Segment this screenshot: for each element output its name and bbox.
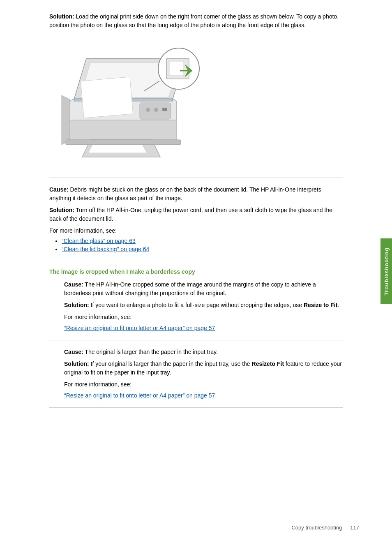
hb2-solution-text: If your original is larger than the pape… — [89, 360, 252, 367]
divider4 — [49, 407, 343, 408]
hb1-solution-text: If you want to enlarge a photo to fit a … — [89, 302, 304, 308]
solution1-label: Solution: — [49, 13, 74, 20]
hb1-link-line: “Resize an original to fit onto letter o… — [64, 324, 343, 333]
side-tab: Troubleshooting — [380, 238, 392, 304]
hb1-cause-label: Cause: — [64, 281, 83, 288]
page-container: Troubleshooting Solution: Load the origi… — [0, 0, 392, 543]
content-area: Solution: Load the original print side d… — [49, 12, 359, 408]
hb2-solution: Solution: If your original is larger tha… — [64, 360, 343, 377]
cause2-paragraph: Cause: Debris might be stuck on the glas… — [49, 185, 343, 203]
hb2-solution-bold1: Resize — [252, 360, 270, 367]
section-heading: The image is cropped when I make a borde… — [49, 268, 343, 276]
svg-point-8 — [154, 108, 158, 112]
footer: Copy troubleshooting 117 — [291, 525, 359, 531]
cause2-text: Debris might be stuck on the glass or on… — [49, 186, 321, 201]
hb2-solution-label: Solution: — [64, 360, 89, 367]
svg-rect-16 — [169, 61, 184, 76]
hb1-solution-bold: Resize to Fit — [304, 302, 337, 308]
hb1-cause-text: The HP All-in-One cropped some of the im… — [64, 281, 316, 296]
divider3 — [49, 340, 343, 340]
solution2-paragraph: Solution: Turn off the HP All-in-One, un… — [49, 206, 343, 223]
clean-lid-link[interactable]: “Clean the lid backing” on page 64 — [62, 246, 149, 252]
printer-svg — [58, 38, 214, 169]
clean-glass-link[interactable]: “Clean the glass” on page 63 — [62, 238, 136, 244]
heading-block-2: Cause: The original is larger than the p… — [64, 348, 343, 400]
hb1-solution-end: . — [337, 302, 339, 308]
footer-page: 117 — [350, 525, 359, 531]
hb1-for-more: For more information, see: — [64, 313, 343, 321]
solution2-label: Solution: — [49, 207, 74, 213]
hb1-link[interactable]: “Resize an original to fit onto letter o… — [64, 325, 215, 331]
svg-rect-5 — [81, 77, 133, 118]
cause2-label: Cause: — [49, 186, 69, 193]
svg-rect-13 — [66, 140, 181, 145]
hb1-solution-label: Solution: — [64, 302, 89, 308]
hb1-cause: Cause: The HP All-in-One cropped some of… — [64, 280, 343, 298]
solution1-paragraph: Solution: Load the original print side d… — [49, 12, 343, 30]
divider2 — [49, 260, 343, 260]
for-more-2: For more information, see: — [49, 226, 343, 235]
side-tab-label: Troubleshooting — [383, 247, 390, 296]
hb2-cause-label: Cause: — [64, 349, 83, 355]
svg-rect-9 — [162, 108, 167, 111]
hb2-for-more: For more information, see: — [64, 380, 343, 389]
footer-label: Copy troubleshooting — [291, 525, 342, 531]
hb2-link[interactable]: “Resize an original to fit onto letter o… — [64, 392, 215, 399]
heading-block-1: Cause: The HP All-in-One cropped some of… — [64, 280, 343, 333]
list-item-2: “Clean the lid backing” on page 64 — [62, 246, 343, 252]
svg-point-7 — [146, 108, 150, 112]
hb2-solution-bold2: to Fit — [270, 360, 284, 367]
solution1-text: Load the original print side down on the… — [49, 13, 339, 28]
hb2-link-line: “Resize an original to fit onto letter o… — [64, 391, 343, 400]
svg-marker-1 — [70, 120, 177, 141]
svg-marker-12 — [62, 95, 70, 145]
hb2-cause: Cause: The original is larger than the p… — [64, 348, 343, 356]
printer-illustration — [58, 38, 214, 169]
list-item-1: “Clean the glass” on page 63 — [62, 238, 343, 244]
divider1 — [49, 178, 343, 178]
hb1-solution: Solution: If you want to enlarge a photo… — [64, 301, 343, 310]
solution2-text: Turn off the HP All-in-One, unplug the p… — [49, 207, 332, 222]
hb2-cause-text: The original is larger than the paper in… — [83, 349, 218, 355]
links-list-2: “Clean the glass” on page 63 “Clean the … — [62, 238, 343, 252]
